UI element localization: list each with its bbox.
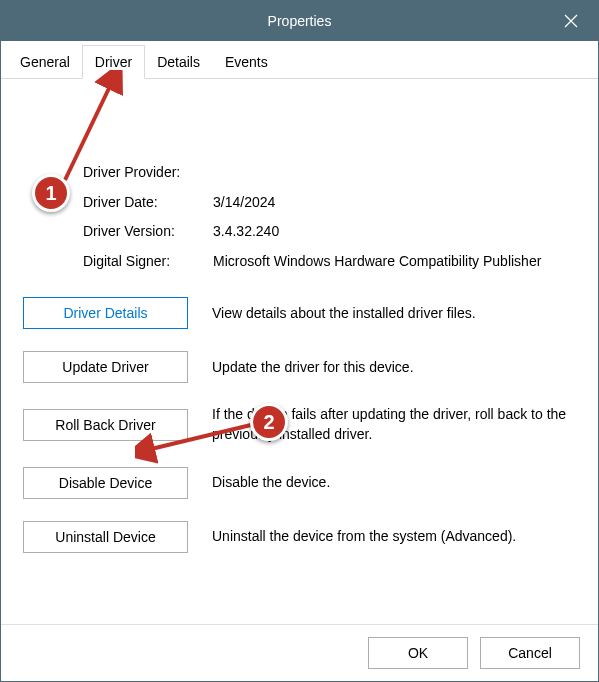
ok-button[interactable]: OK: [368, 637, 468, 669]
tab-details[interactable]: Details: [144, 45, 213, 78]
disable-device-button[interactable]: Disable Device: [23, 467, 188, 499]
driver-version-label: Driver Version:: [83, 222, 213, 242]
annotation-mark-2: 2: [250, 403, 288, 441]
annotation-mark-1: 1: [32, 174, 70, 212]
tab-events[interactable]: Events: [212, 45, 281, 78]
close-icon: [564, 14, 578, 28]
driver-date-label: Driver Date:: [83, 193, 213, 213]
uninstall-device-button[interactable]: Uninstall Device: [23, 521, 188, 553]
digital-signer-value: Microsoft Windows Hardware Compatibility…: [213, 252, 576, 272]
driver-details-button[interactable]: Driver Details: [23, 297, 188, 329]
tab-strip: General Driver Details Events: [1, 41, 598, 79]
window-title: Properties: [268, 13, 332, 29]
digital-signer-label: Digital Signer:: [83, 252, 213, 272]
disable-device-desc: Disable the device.: [212, 473, 576, 493]
uninstall-device-desc: Uninstall the device from the system (Ad…: [212, 527, 576, 547]
titlebar: Properties: [1, 1, 598, 41]
driver-actions: Driver Details View details about the in…: [23, 297, 576, 552]
tab-content: Driver Provider: Driver Date: 3/14/2024 …: [1, 79, 598, 624]
tab-general[interactable]: General: [7, 45, 83, 78]
driver-date-value: 3/14/2024: [213, 193, 576, 213]
close-button[interactable]: [544, 1, 598, 41]
driver-version-value: 3.4.32.240: [213, 222, 576, 242]
driver-details-desc: View details about the installed driver …: [212, 304, 576, 324]
update-driver-desc: Update the driver for this device.: [212, 358, 576, 378]
update-driver-button[interactable]: Update Driver: [23, 351, 188, 383]
dialog-footer: OK Cancel: [1, 624, 598, 681]
tab-driver[interactable]: Driver: [82, 45, 145, 79]
driver-provider-label: Driver Provider:: [83, 163, 213, 183]
roll-back-driver-button[interactable]: Roll Back Driver: [23, 409, 188, 441]
driver-info-grid: Driver Provider: Driver Date: 3/14/2024 …: [83, 163, 576, 271]
cancel-button[interactable]: Cancel: [480, 637, 580, 669]
driver-provider-value: [213, 163, 576, 183]
properties-window: Properties General Driver Details Events…: [0, 0, 599, 682]
